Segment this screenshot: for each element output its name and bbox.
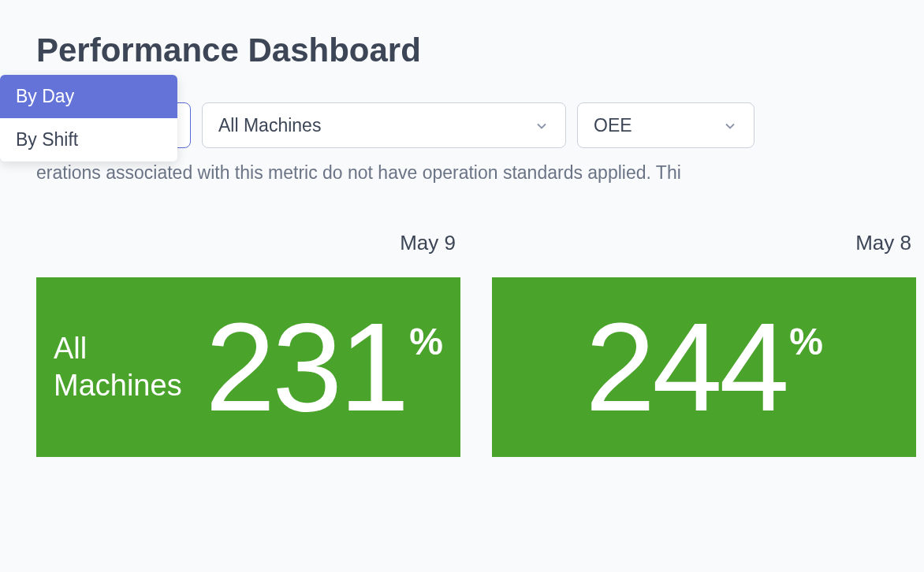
- metric-value-wrap: 231 %: [205, 304, 443, 430]
- metric-dropdown[interactable]: OEE: [577, 102, 754, 148]
- metric-card-label: All Machines: [54, 330, 205, 405]
- metrics-row: All Machines 231 % 244 %: [36, 277, 888, 457]
- date-column: May 8: [492, 231, 916, 277]
- chevron-down-icon: [722, 117, 738, 133]
- metric-unit: %: [789, 320, 823, 363]
- page-title: Performance Dashboard: [36, 32, 888, 69]
- date-label: May 8: [855, 231, 916, 255]
- machine-dropdown-label: All Machines: [218, 115, 321, 136]
- period-option-by-day[interactable]: By Day: [0, 75, 177, 118]
- metric-card: 244 %: [492, 277, 916, 457]
- machine-dropdown[interactable]: All Machines: [202, 102, 566, 148]
- info-text: erations associated with this metric do …: [36, 162, 888, 184]
- metric-value: 244: [585, 304, 786, 430]
- metric-card: All Machines 231 %: [36, 277, 460, 457]
- date-label: May 9: [400, 231, 460, 255]
- metric-value-wrap: 244 %: [585, 304, 823, 430]
- metric-value: 231: [205, 304, 406, 430]
- period-dropdown-menu: By Day By Shift: [0, 75, 177, 162]
- chevron-down-icon: [534, 117, 550, 133]
- metric-unit: %: [409, 320, 443, 363]
- metric-dropdown-label: OEE: [594, 115, 632, 136]
- date-column: May 9: [36, 231, 460, 277]
- period-option-by-shift[interactable]: By Shift: [0, 118, 177, 162]
- date-headers: May 9 May 8: [36, 231, 888, 277]
